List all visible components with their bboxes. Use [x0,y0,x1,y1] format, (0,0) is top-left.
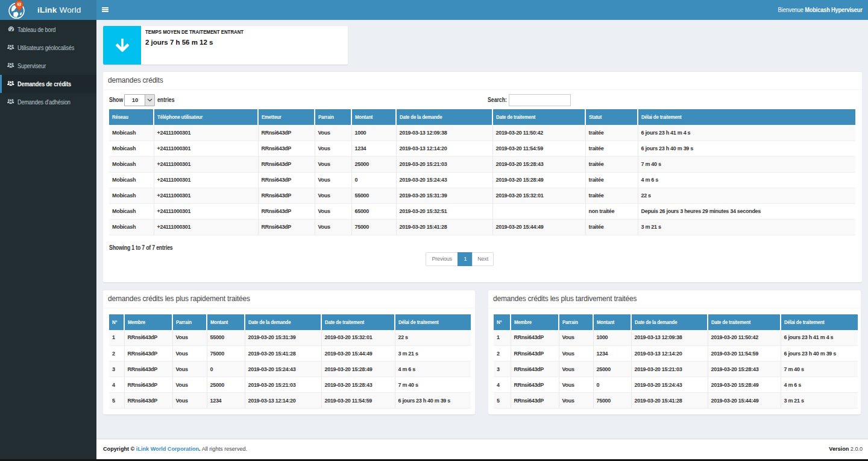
svg-text:S: S [18,2,21,6]
